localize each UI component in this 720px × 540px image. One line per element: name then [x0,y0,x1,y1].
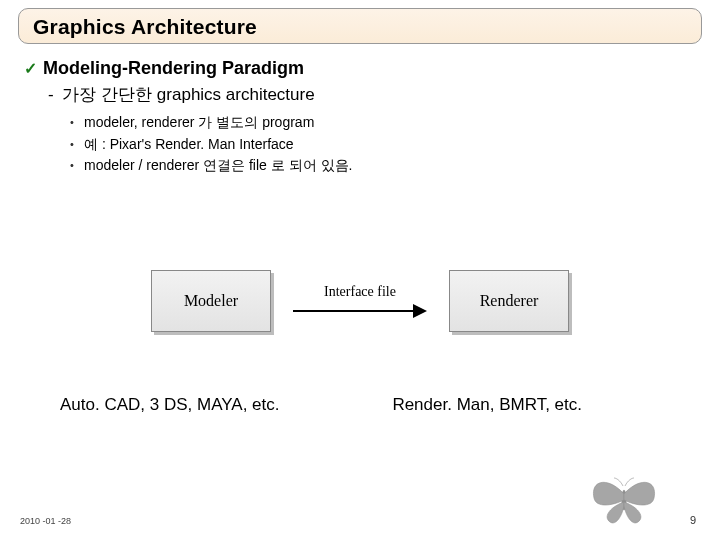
arrow-label: Interface file [324,284,396,300]
slide-title: Graphics Architecture [33,15,687,39]
diagram: Modeler Interface file Renderer [0,270,720,332]
caption-left: Auto. CAD, 3 DS, MAYA, etc. [0,395,374,415]
title-bar: Graphics Architecture [18,8,702,44]
slide: Graphics Architecture ✓ Modeling-Renderi… [0,0,720,540]
butterfly-icon [584,472,664,532]
footer-page-number: 9 [690,514,696,526]
heading-text: Modeling-Rendering Paradigm [43,58,304,79]
caption-row: Auto. CAD, 3 DS, MAYA, etc. Render. Man,… [0,395,720,415]
subheading-row: - 가장 간단한 graphics architecture [24,83,702,106]
list-item: modeler / renderer 연결은 file 로 되어 있음. [84,155,702,177]
dash-icon: - [48,85,54,104]
heading-row: ✓ Modeling-Rendering Paradigm [24,58,702,79]
list-item: modeler, renderer 가 별도의 program [84,112,702,134]
arrow: Interface file [293,284,427,318]
subheading-text: 가장 간단한 graphics architecture [62,85,314,104]
check-icon: ✓ [24,59,37,78]
renderer-box: Renderer [449,270,569,332]
list-item: 예 : Pixar's Render. Man Interface [84,134,702,156]
slide-body: ✓ Modeling-Rendering Paradigm - 가장 간단한 g… [18,58,702,177]
caption-right: Render. Man, BMRT, etc. [374,395,720,415]
arrow-icon [293,304,427,318]
bullet-list: modeler, renderer 가 별도의 program 예 : Pixa… [24,112,702,177]
modeler-box: Modeler [151,270,271,332]
footer-date: 2010 -01 -28 [20,516,71,526]
